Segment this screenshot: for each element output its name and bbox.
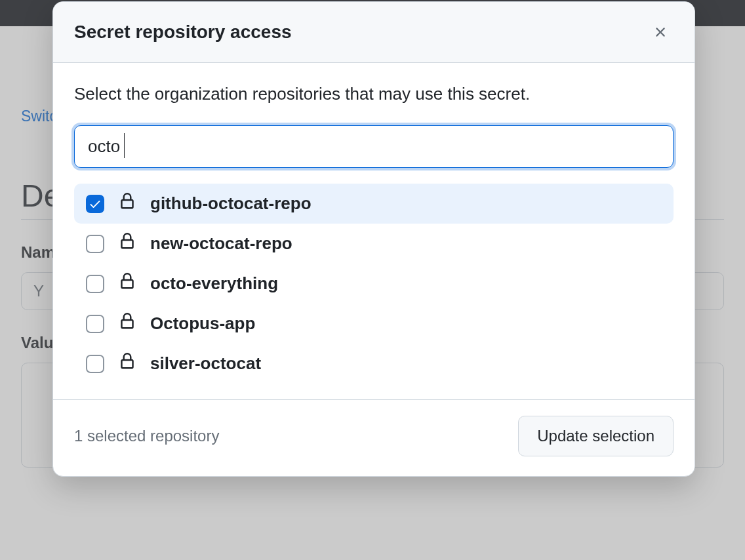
lock-icon <box>119 233 136 254</box>
dialog-body: Select the organization repositories tha… <box>53 63 695 399</box>
repo-row[interactable]: octo-everything <box>74 264 674 304</box>
selected-count: 1 selected repository <box>74 427 219 445</box>
lock-icon <box>119 313 136 334</box>
close-icon <box>653 24 668 40</box>
update-selection-button[interactable]: Update selection <box>518 416 674 456</box>
secret-repo-access-dialog: Secret repository access Select the orga… <box>52 1 695 477</box>
lock-icon <box>119 273 136 294</box>
dialog-header: Secret repository access <box>53 2 695 63</box>
dialog-title: Secret repository access <box>74 22 292 43</box>
repo-name: octo-everything <box>150 273 278 294</box>
dialog-description: Select the organization repositories tha… <box>74 84 674 104</box>
lock-icon <box>119 353 136 374</box>
repo-checkbox[interactable] <box>86 315 104 333</box>
repo-row[interactable]: silver-octocat <box>74 344 674 384</box>
dialog-footer: 1 selected repository Update selection <box>53 399 695 476</box>
repo-name: github-octocat-repo <box>150 193 312 214</box>
repo-list: github-octocat-reponew-octocat-repoocto-… <box>74 184 674 384</box>
repo-row[interactable]: new-octocat-repo <box>74 224 674 264</box>
repo-name: Octopus-app <box>150 313 255 334</box>
close-button[interactable] <box>647 19 674 45</box>
text-caret <box>124 133 125 158</box>
repo-checkbox[interactable] <box>86 275 104 293</box>
repo-row[interactable]: github-octocat-repo <box>74 184 674 224</box>
repo-checkbox[interactable] <box>86 195 104 213</box>
repo-checkbox[interactable] <box>86 355 104 373</box>
repo-name: new-octocat-repo <box>150 233 292 254</box>
repo-checkbox[interactable] <box>86 235 104 253</box>
repo-row[interactable]: Octopus-app <box>74 304 674 344</box>
repo-name: silver-octocat <box>150 353 261 374</box>
repo-search-input[interactable] <box>74 125 674 168</box>
lock-icon <box>119 193 136 214</box>
